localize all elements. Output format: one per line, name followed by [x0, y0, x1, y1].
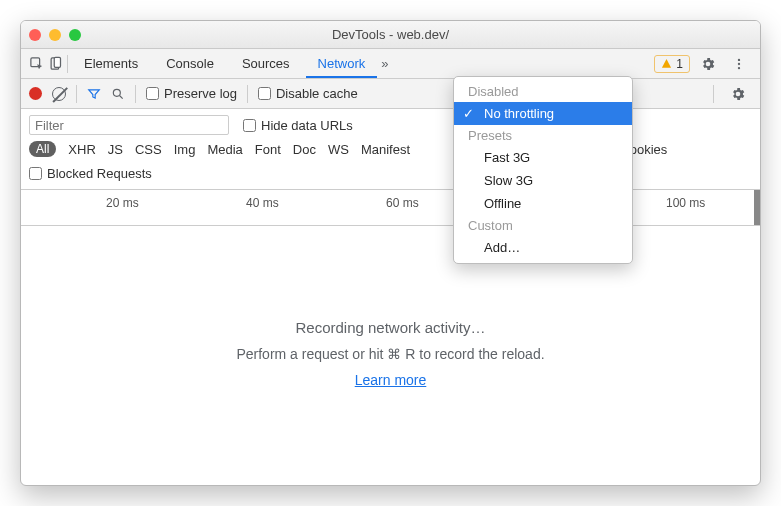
learn-more-link[interactable]: Learn more	[355, 372, 427, 388]
timeline-handle[interactable]	[754, 190, 760, 225]
network-settings-gear-icon[interactable]	[724, 86, 752, 102]
svg-point-3	[738, 58, 740, 60]
filter-type-img[interactable]: Img	[174, 142, 196, 157]
hide-data-urls-checkbox[interactable]: Hide data URLs	[243, 118, 353, 133]
empty-line2: Perform a request or hit ⌘ R to record t…	[236, 346, 544, 362]
filter-type-manifest[interactable]: Manifest	[361, 142, 421, 157]
filter-bar: Hide data URLs All XHR JS CSS Img Media …	[21, 109, 760, 190]
divider	[713, 85, 714, 103]
throttling-option-no-throttling[interactable]: No throttling	[454, 102, 632, 125]
filter-type-xhr[interactable]: XHR	[68, 142, 95, 157]
empty-state: Recording network activity… Perform a re…	[21, 221, 760, 485]
throttling-menu-header-disabled: Disabled	[454, 81, 632, 102]
throttling-option-fast-3g[interactable]: Fast 3G	[454, 146, 632, 169]
hide-data-urls-label: Hide data URLs	[261, 118, 353, 133]
preserve-log-input[interactable]	[146, 87, 159, 100]
panel-tab-bar: Elements Console Sources Network » 1	[21, 49, 760, 79]
throttling-option-offline[interactable]: Offline	[454, 192, 632, 215]
devtools-window: DevTools - web.dev/ Elements Console Sou…	[20, 20, 761, 486]
more-tabs-icon[interactable]: »	[381, 56, 388, 71]
filter-type-doc[interactable]: Doc	[293, 142, 316, 157]
throttling-option-add[interactable]: Add…	[454, 236, 632, 259]
titlebar: DevTools - web.dev/	[21, 21, 760, 49]
divider	[247, 85, 248, 103]
svg-point-4	[738, 62, 740, 64]
record-button[interactable]	[29, 87, 42, 100]
filter-type-css[interactable]: CSS	[135, 142, 162, 157]
preserve-log-checkbox[interactable]: Preserve log	[146, 86, 237, 101]
traffic-lights	[29, 29, 81, 41]
search-icon[interactable]	[111, 87, 125, 101]
timeline-tick: 100 ms	[666, 196, 705, 210]
tab-elements[interactable]: Elements	[72, 49, 150, 78]
zoom-traffic-light[interactable]	[69, 29, 81, 41]
disable-cache-label: Disable cache	[276, 86, 358, 101]
hide-data-urls-input[interactable]	[243, 119, 256, 132]
throttling-menu: Disabled No throttling Presets Fast 3G S…	[453, 76, 633, 264]
warnings-badge[interactable]: 1	[654, 55, 690, 73]
blocked-requests-checkbox[interactable]: Blocked Requests	[29, 166, 152, 181]
throttling-menu-header-presets: Presets	[454, 125, 632, 146]
filter-input[interactable]	[29, 115, 229, 135]
tab-network[interactable]: Network	[306, 49, 378, 78]
disable-cache-input[interactable]	[258, 87, 271, 100]
blocked-requests-input[interactable]	[29, 167, 42, 180]
divider	[67, 55, 68, 73]
timeline-tick: 20 ms	[106, 196, 139, 210]
throttling-menu-header-custom: Custom	[454, 215, 632, 236]
divider	[135, 85, 136, 103]
throttling-option-slow-3g[interactable]: Slow 3G	[454, 169, 632, 192]
tab-sources[interactable]: Sources	[230, 49, 302, 78]
blocked-requests-label: Blocked Requests	[47, 166, 152, 181]
timeline-tick: 60 ms	[386, 196, 419, 210]
filter-type-font[interactable]: Font	[255, 142, 281, 157]
minimize-traffic-light[interactable]	[49, 29, 61, 41]
device-toggle-icon[interactable]	[48, 56, 63, 71]
svg-point-6	[113, 89, 120, 96]
inspect-icon[interactable]	[29, 56, 44, 71]
tab-console[interactable]: Console	[154, 49, 226, 78]
filter-toggle-icon[interactable]	[87, 87, 101, 101]
warnings-count: 1	[676, 57, 683, 71]
window-title: DevTools - web.dev/	[21, 27, 760, 42]
divider	[76, 85, 77, 103]
svg-point-5	[738, 66, 740, 68]
filter-type-all[interactable]: All	[29, 141, 56, 157]
svg-rect-2	[54, 57, 60, 67]
network-toolbar: Preserve log Disable cache	[21, 79, 760, 109]
empty-line1: Recording network activity…	[295, 319, 485, 336]
close-traffic-light[interactable]	[29, 29, 41, 41]
settings-gear-icon[interactable]	[694, 56, 722, 72]
disable-cache-checkbox[interactable]: Disable cache	[258, 86, 358, 101]
timeline-tick: 40 ms	[246, 196, 279, 210]
preserve-log-label: Preserve log	[164, 86, 237, 101]
filter-type-media[interactable]: Media	[207, 142, 242, 157]
kebab-menu-icon[interactable]	[726, 57, 752, 71]
filter-type-js[interactable]: JS	[108, 142, 123, 157]
clear-button[interactable]	[52, 87, 66, 101]
filter-type-ws[interactable]: WS	[328, 142, 349, 157]
